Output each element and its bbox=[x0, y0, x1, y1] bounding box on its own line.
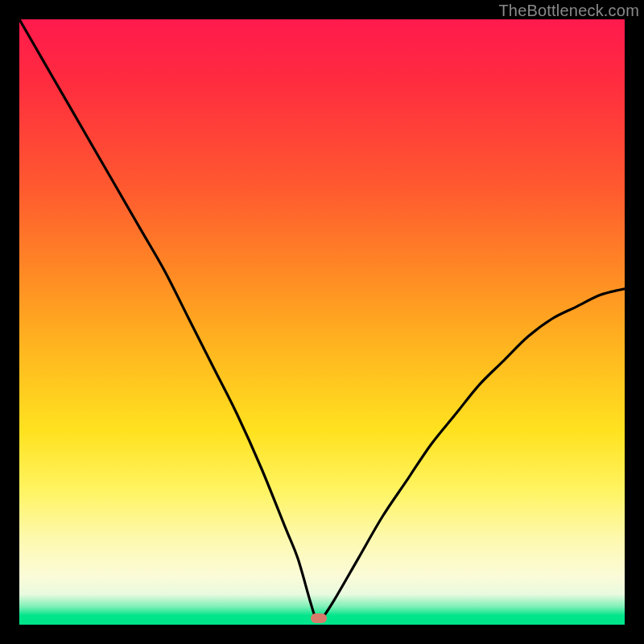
chart-frame: TheBottleneck.com bbox=[0, 0, 644, 644]
bottleneck-curve bbox=[19, 19, 625, 625]
minimum-marker bbox=[311, 613, 327, 623]
plot-area bbox=[19, 19, 625, 625]
curve-path bbox=[19, 19, 625, 621]
watermark-text: TheBottleneck.com bbox=[498, 2, 639, 20]
